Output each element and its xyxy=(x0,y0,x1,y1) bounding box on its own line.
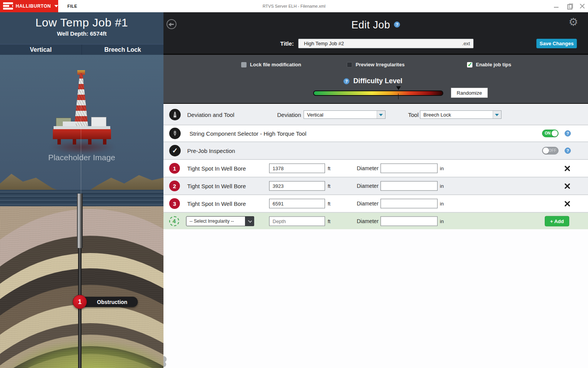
file-extension-suffix: .ext xyxy=(462,41,470,46)
irregularity-select[interactable]: -- Select Irregularity -- xyxy=(186,216,254,226)
select-dropdown-button xyxy=(245,216,254,226)
deviation-dropdown[interactable]: Vertical xyxy=(304,110,385,119)
diameter-input[interactable] xyxy=(381,181,438,191)
depth-unit: ft xyxy=(328,183,330,189)
help-icon[interactable]: ? xyxy=(565,148,571,154)
help-icon[interactable]: ? xyxy=(565,130,571,136)
add-irregularity-button[interactable]: + Add xyxy=(545,216,569,226)
remove-row-button[interactable] xyxy=(564,182,571,189)
add-irregularity-row: 4 -- Select Irregularity -- ft Diameter … xyxy=(163,212,588,229)
remove-row-button[interactable] xyxy=(564,165,571,172)
diameter-input[interactable] xyxy=(381,216,438,226)
checkbox-label: Preview Irregularites xyxy=(356,62,405,67)
checkbox-preview-irregularites[interactable]: Preview Irregularites xyxy=(347,62,405,67)
obstruction-number-badge: 1 xyxy=(73,295,87,309)
section-title: Pre-Job Inspection xyxy=(187,148,235,154)
tab-tool[interactable]: Breech Lock xyxy=(82,44,163,55)
job-settings-rows: Deviation and Tool Deviation Vertical To… xyxy=(163,105,588,229)
diameter-input[interactable] xyxy=(381,164,438,173)
title-input-wrap: .ext xyxy=(298,39,474,48)
edit-job-panel: Edit Job? ⚙ Title: .ext Save Changes Loc… xyxy=(163,12,588,368)
chevron-down-icon xyxy=(379,114,383,116)
difficulty-level-label: Difficulty Level xyxy=(353,77,402,85)
checkbox-icon: ✓ xyxy=(467,62,472,67)
dropdown-button xyxy=(493,111,501,118)
job-header: Low Temp Job #1 Well Depth: 6574ft xyxy=(0,12,163,44)
chevron-down-icon xyxy=(248,219,252,222)
randomize-button[interactable]: Randomize xyxy=(451,88,488,98)
diameter-label: Diameter xyxy=(357,200,379,207)
depth-input[interactable] xyxy=(269,216,325,226)
tab-deviation[interactable]: Vertical xyxy=(0,44,82,55)
tool-string-icon xyxy=(169,128,181,139)
irregularity-type-label: Tight Spot In Well Bore xyxy=(187,183,246,189)
app-window: RTVS Server ELH - Filename.xml HALLIBURT… xyxy=(0,0,588,368)
diameter-unit: in xyxy=(440,166,444,171)
depth-unit: ft xyxy=(328,201,330,207)
row-number-badge: 3 xyxy=(169,198,180,209)
depth-unit: ft xyxy=(328,166,330,171)
checkbox-lock-file-modification[interactable]: Lock file modification xyxy=(241,62,301,67)
depth-input[interactable] xyxy=(269,181,325,191)
remove-row-button[interactable] xyxy=(564,200,571,207)
depth-input[interactable] xyxy=(269,164,325,173)
tool-dropdown[interactable]: Breech Lock xyxy=(420,110,501,119)
depth-input[interactable] xyxy=(269,199,325,209)
deviation-label: Deviation xyxy=(277,112,301,118)
dropdown-button xyxy=(377,111,385,118)
diameter-label: Diameter xyxy=(357,165,379,171)
irregularity-type-label: Tight Spot In Well Bore xyxy=(187,165,246,172)
page-curl-decoration xyxy=(163,356,169,367)
checkbox-enable-job-tips[interactable]: ✓ Enable job tips xyxy=(467,62,511,67)
diameter-label: Diameter xyxy=(357,218,379,224)
section-title: Deviation and Tool xyxy=(187,112,234,118)
depth-unit: ft xyxy=(328,218,330,224)
close-icon[interactable] xyxy=(580,3,585,9)
checkbox-label: Lock file modification xyxy=(250,62,301,67)
checkmark-icon: ✓ xyxy=(467,61,472,68)
job-title-input[interactable] xyxy=(299,39,473,48)
halliburton-logo-icon xyxy=(3,2,13,10)
diameter-input[interactable] xyxy=(381,199,438,209)
diameter-unit: in xyxy=(440,183,444,189)
brand-name: HALLIBURTON xyxy=(16,3,51,9)
oil-rig-illustration xyxy=(53,73,111,154)
diameter-label: Diameter xyxy=(357,183,379,189)
difficulty-marker[interactable] xyxy=(396,86,401,90)
maximize-icon[interactable] xyxy=(567,3,572,9)
file-menu[interactable]: FILE xyxy=(67,0,77,12)
section-pre-job-inspection: ✓ Pre-Job Inspection OFF ? xyxy=(163,141,588,159)
row-number-badge: 1 xyxy=(169,163,180,174)
well-depth-label: Well Depth: 6574ft xyxy=(0,30,163,37)
halliburton-logo-menu[interactable]: HALLIBURTON xyxy=(0,0,58,12)
save-changes-button[interactable]: Save Changes xyxy=(536,39,577,48)
toggle-knob xyxy=(552,130,558,136)
help-icon[interactable]: ? xyxy=(343,78,350,84)
chevron-down-icon xyxy=(495,114,499,116)
diameter-unit: in xyxy=(440,218,444,224)
checkbox-icon xyxy=(241,62,247,67)
string-selector-toggle[interactable]: ON xyxy=(542,130,559,137)
checkbox-label: Enable job tips xyxy=(476,62,511,67)
tool-value: Breech Lock xyxy=(423,112,451,118)
checkbox-icon xyxy=(347,62,352,67)
diameter-unit: in xyxy=(440,201,444,207)
minimize-icon[interactable] xyxy=(554,3,559,9)
difficulty-gradient-track xyxy=(313,90,443,96)
job-title: Low Temp Job #1 xyxy=(0,12,163,29)
checkmark-circle-icon: ✓ xyxy=(169,145,181,156)
section-string-component-selector: String Component Selector - High Torque … xyxy=(163,125,588,141)
irregularity-row-3: 3 Tight Spot In Well Bore ft Diameter in xyxy=(163,194,588,212)
row-number-badge: 2 xyxy=(169,181,180,191)
derrick-icon xyxy=(169,109,181,120)
pre-job-inspection-toggle[interactable]: OFF xyxy=(542,147,559,154)
help-icon[interactable]: ? xyxy=(394,21,400,28)
title-field-label: Title: xyxy=(280,40,294,47)
difficulty-slider[interactable] xyxy=(313,90,443,96)
page-title: Edit Job xyxy=(351,19,390,31)
toggle-state-label: ON xyxy=(545,131,550,135)
tool-label: Tool xyxy=(408,112,419,118)
toggle-knob xyxy=(543,148,549,154)
job-options-band: Lock file modification Preview Irregular… xyxy=(163,55,588,104)
gear-icon[interactable]: ⚙ xyxy=(568,17,578,28)
